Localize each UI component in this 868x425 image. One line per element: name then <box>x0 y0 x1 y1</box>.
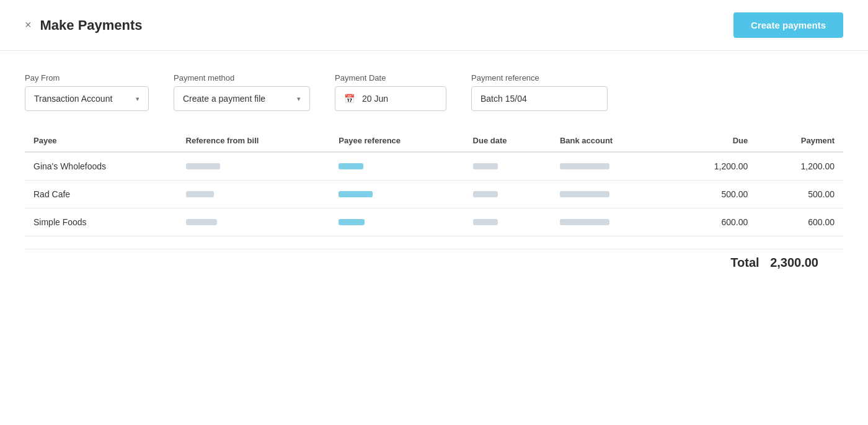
payment-date-input[interactable]: 📅 20 Jun <box>335 86 446 111</box>
payment-method-select[interactable]: Create a payment file ▾ <box>174 86 310 111</box>
cell-bank-account <box>551 181 670 208</box>
close-icon[interactable]: × <box>25 19 32 32</box>
pay-from-arrow-icon: ▾ <box>136 95 140 103</box>
header-left: × Make Payments <box>25 17 143 34</box>
header: × Make Payments Create payments <box>0 0 868 51</box>
table-header-row: Payee Reference from bill Payee referenc… <box>25 130 843 152</box>
total-text: Total 2,300.00 <box>730 256 818 270</box>
page-title: Make Payments <box>40 17 143 34</box>
cell-due: 1,200.00 <box>670 152 757 181</box>
payment-method-label: Payment method <box>174 73 310 83</box>
col-due: Due <box>670 130 757 152</box>
pay-from-label: Pay From <box>25 73 149 83</box>
create-payments-button[interactable]: Create payments <box>733 12 843 38</box>
cell-payment: 1,200.00 <box>756 152 843 181</box>
cell-reference-from-bill <box>177 152 330 181</box>
cell-payee-reference <box>330 152 464 181</box>
cell-bank-account <box>551 152 670 181</box>
cell-due: 600.00 <box>670 208 757 236</box>
pay-from-select[interactable]: Transaction Account ▾ <box>25 86 149 111</box>
form-section: Pay From Transaction Account ▾ Payment m… <box>0 51 868 123</box>
col-due-date: Due date <box>464 130 551 152</box>
cell-due-date <box>464 208 551 236</box>
cell-payee-reference <box>330 181 464 208</box>
col-payment: Payment <box>756 130 843 152</box>
payment-method-value: Create a payment file <box>183 94 265 104</box>
payment-reference-value: Batch 15/04 <box>480 94 527 104</box>
cell-reference-from-bill <box>177 208 330 236</box>
cell-payee-reference <box>330 208 464 236</box>
col-payee-reference: Payee reference <box>330 130 464 152</box>
cell-due: 500.00 <box>670 181 757 208</box>
cell-reference-from-bill <box>177 181 330 208</box>
cell-payee: Simple Foods <box>25 208 177 236</box>
payment-reference-label: Payment reference <box>471 73 608 83</box>
cell-payment: 500.00 <box>756 181 843 208</box>
col-payee: Payee <box>25 130 177 152</box>
table-row: Rad Cafe500.00500.00 <box>25 181 843 208</box>
payment-reference-group: Payment reference Batch 15/04 <box>471 73 608 111</box>
calendar-icon: 📅 <box>344 94 355 104</box>
total-value: 2,300.00 <box>770 256 818 269</box>
cell-payment: 600.00 <box>756 208 843 236</box>
payment-date-group: Payment Date 📅 20 Jun <box>335 73 446 111</box>
table-row: Simple Foods600.00600.00 <box>25 208 843 236</box>
cell-due-date <box>464 181 551 208</box>
pay-from-value: Transaction Account <box>34 94 112 104</box>
pay-from-group: Pay From Transaction Account ▾ <box>25 73 149 111</box>
payment-method-arrow-icon: ▾ <box>297 95 301 103</box>
payment-reference-input[interactable]: Batch 15/04 <box>471 86 608 111</box>
payment-date-label: Payment Date <box>335 73 446 83</box>
cell-bank-account <box>551 208 670 236</box>
cell-due-date <box>464 152 551 181</box>
table-section: Payee Reference from bill Payee referenc… <box>0 123 868 249</box>
payment-date-value: 20 Jun <box>362 94 388 104</box>
col-bank-account: Bank account <box>551 130 670 152</box>
total-label: Total <box>730 256 759 269</box>
table-row: Gina's Wholefoods1,200.001,200.00 <box>25 152 843 181</box>
payment-method-group: Payment method Create a payment file ▾ <box>174 73 310 111</box>
cell-payee: Rad Cafe <box>25 181 177 208</box>
payments-table: Payee Reference from bill Payee referenc… <box>25 130 843 236</box>
col-reference-from-bill: Reference from bill <box>177 130 330 152</box>
total-section: Total 2,300.00 <box>25 249 843 276</box>
cell-payee: Gina's Wholefoods <box>25 152 177 181</box>
